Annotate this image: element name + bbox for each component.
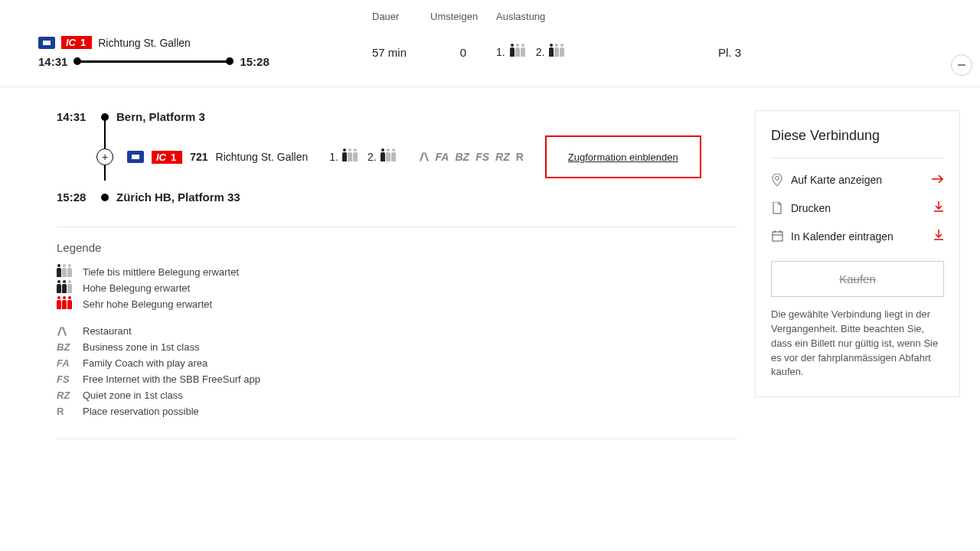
amenity-fs: FS (475, 151, 489, 163)
show-on-map-link[interactable]: Auf Karte anzeigen (771, 166, 944, 194)
legend-rz: RZ Quiet zone in 1st class (57, 390, 737, 401)
expand-stops-button[interactable]: + (96, 148, 113, 165)
print-label: Drucken (791, 202, 831, 214)
connection-sidebar: Diese Verbindung Auf Karte anzeigen Druc… (755, 110, 960, 397)
past-connection-note: Die gewählte Verbindung liegt in der Ver… (771, 308, 944, 380)
show-formation-link[interactable]: Zugformation einblenden (568, 152, 678, 163)
duration-value: 57 min (372, 46, 430, 59)
legend-low-occupancy: Tiefe bis mittlere Belegung erwartet (57, 266, 737, 278)
legend-high-occupancy: Hohe Belegung erwartet (57, 282, 737, 294)
svg-rect-1 (773, 232, 782, 241)
departure-time: 14:31 (38, 55, 67, 68)
restaurant-icon (419, 152, 430, 162)
arr-station: Zürich HB, Platform 33 (116, 191, 240, 204)
rz-label: RZ (57, 390, 70, 401)
restaurant-icon (57, 326, 67, 337)
r-label: R (57, 406, 64, 417)
divider (57, 439, 737, 439)
journey-line (75, 60, 232, 63)
minus-icon (956, 60, 967, 70)
occupancy-second-icon (549, 47, 564, 57)
arrow-right-icon (932, 174, 944, 186)
amenity-r: R (516, 151, 524, 163)
arr-time: 15:28 (57, 191, 93, 204)
ic-line-badge: IC 1 (152, 151, 182, 164)
low-occupancy-icon (57, 268, 72, 277)
very-high-occupancy-icon (57, 300, 72, 309)
document-icon (771, 202, 783, 214)
amenity-fa: FA (436, 151, 449, 163)
summary-header: Dauer Umsteigen Auslastung (0, 0, 980, 31)
fa-label: FA (57, 357, 70, 369)
occ-first-label: 1. (496, 46, 505, 58)
download-icon (933, 230, 944, 243)
sbb-logo-icon (127, 151, 144, 163)
collapse-button[interactable] (951, 54, 972, 76)
leg-occupancy: 1. 2. (329, 151, 403, 163)
pin-icon (771, 174, 783, 186)
amenity-bz: BZ (455, 151, 469, 163)
buy-button[interactable]: Kaufen (771, 261, 944, 297)
sbb-logo-icon (38, 37, 55, 49)
fs-label: FS (57, 373, 70, 385)
occupancy-summary: 1. 2. (496, 46, 718, 58)
occupancy-first-icon (510, 47, 525, 57)
show-on-map-label: Auf Karte anzeigen (791, 174, 882, 186)
calendar-label: In Kalender eintragen (791, 230, 893, 243)
ic-number: 1 (80, 37, 86, 48)
bz-label: BZ (57, 341, 70, 353)
train-direction: Richtung St. Gallen (216, 151, 309, 163)
legend-title: Legende (57, 241, 737, 254)
ic-number: 1 (171, 152, 176, 163)
connection-summary[interactable]: IC 1 Richtung St. Gallen 14:31 15:28 57 … (0, 31, 980, 87)
occ-second-label: 2. (536, 46, 545, 58)
legend-restaurant: Restaurant (57, 325, 737, 337)
dep-dot-icon (101, 113, 109, 121)
legend-fs: FS Free Internet with the SBB FreeSurf a… (57, 373, 737, 385)
dep-time: 14:31 (57, 110, 93, 123)
departure-stop: 14:31 Bern, Platform 3 (57, 110, 737, 123)
header-dauer: Dauer (372, 11, 430, 22)
amenities: FA BZ FS RZ R (419, 151, 524, 163)
connection-detail: 14:31 Bern, Platform 3 + IC 1 721 Richtu… (57, 110, 737, 453)
train-number: 721 (190, 151, 207, 163)
header-auslastung: Auslastung (496, 11, 588, 22)
legend-r: R Place reservation possible (57, 406, 737, 417)
leg-occ2-label: 2. (368, 151, 377, 163)
leg-occ2-icon (381, 152, 396, 161)
arr-dot-icon (101, 194, 109, 201)
ic-line-badge: IC 1 (61, 36, 92, 49)
high-occupancy-icon (57, 284, 72, 293)
ic-label: IC (156, 152, 166, 163)
formation-highlight-box: Zugformation einblenden (545, 135, 701, 178)
dep-station: Bern, Platform 3 (116, 110, 205, 123)
arrival-time: 15:28 (240, 55, 269, 68)
sidebar-title: Diese Verbindung (771, 128, 944, 144)
changes-value: 0 (430, 46, 496, 59)
legend-fa: FA Family Coach with play area (57, 357, 737, 369)
arrival-stop: 15:28 Zürich HB, Platform 33 (57, 191, 737, 204)
leg-occ1-label: 1. (329, 151, 338, 163)
print-link[interactable]: Drucken (771, 194, 944, 222)
divider (771, 158, 944, 158)
legend-very-high-occupancy: Sehr hohe Belegung erwartet (57, 298, 737, 310)
download-icon (933, 201, 944, 214)
divider (57, 227, 737, 227)
header-umsteigen: Umsteigen (430, 11, 496, 22)
platform-value: Pl. 3 (718, 46, 779, 59)
leg-info: + IC 1 721 Richtung St. Gallen 1. 2. (57, 135, 737, 178)
legend-bz: BZ Business zone in 1st class (57, 341, 737, 353)
leg-occ1-icon (342, 152, 358, 161)
calendar-icon (771, 230, 783, 243)
amenity-rz: RZ (495, 151, 510, 163)
calendar-link[interactable]: In Kalender eintragen (771, 222, 944, 250)
ic-label: IC (66, 37, 76, 48)
direction-text: Richtung St. Gallen (98, 37, 191, 49)
